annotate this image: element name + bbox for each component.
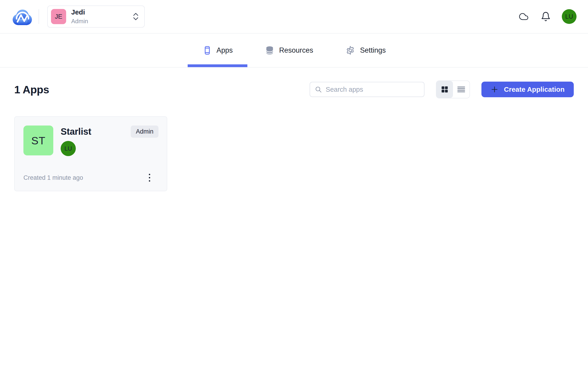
user-avatar[interactable]: LU	[562, 9, 577, 24]
tab-settings-label: Settings	[360, 46, 386, 55]
apps-toolbar: 1 Apps	[0, 81, 588, 98]
tab-resources[interactable]: Resources	[265, 34, 313, 67]
list-icon	[456, 85, 466, 94]
tab-resources-label: Resources	[279, 46, 313, 55]
search-icon	[315, 86, 322, 93]
tab-apps-label: Apps	[217, 46, 233, 55]
apps-count-heading: 1 Apps	[14, 83, 49, 96]
app-name: Starlist	[61, 126, 91, 137]
bell-icon[interactable]	[541, 11, 551, 22]
workspace-dashboard: JE Jedi Admin LU	[0, 0, 588, 377]
grid-view-button[interactable]	[436, 81, 453, 98]
gear-icon	[345, 45, 355, 56]
app-header: JE Jedi Admin LU	[0, 0, 588, 34]
workspace-info: Jedi Admin	[71, 8, 88, 25]
create-application-label: Create Application	[504, 85, 565, 93]
kebab-menu-icon[interactable]	[147, 172, 152, 183]
grid-icon	[440, 85, 449, 94]
database-icon	[265, 45, 274, 56]
view-toggle	[436, 81, 470, 98]
workspace-selector[interactable]: JE Jedi Admin	[47, 6, 145, 28]
main-tabbar: Apps Resources	[0, 34, 588, 68]
chevron-down-icon	[133, 17, 138, 20]
search-box	[310, 82, 424, 97]
app-card-starlist[interactable]: ST Starlist LU Admin Created 1 minute ag…	[14, 116, 167, 191]
tab-settings[interactable]: Settings	[345, 34, 386, 67]
app-card-info: Starlist LU	[61, 126, 91, 156]
app-card-footer: Created 1 minute ago	[23, 172, 158, 183]
create-application-button[interactable]: Create Application	[481, 82, 574, 97]
search-input[interactable]	[326, 86, 419, 93]
header-divider	[39, 9, 39, 24]
workspace-name: Jedi	[71, 8, 88, 16]
workspace-role: Admin	[71, 18, 88, 25]
workspace-switcher-chevrons[interactable]	[133, 13, 138, 20]
cloud-icon[interactable]	[518, 12, 530, 21]
workspace-avatar: JE	[51, 9, 66, 24]
app-role-badge: Admin	[131, 126, 158, 138]
apps-grid: ST Starlist LU Admin Created 1 minute ag…	[0, 98, 588, 191]
mobile-app-icon	[202, 45, 212, 56]
app-created-text: Created 1 minute ago	[23, 174, 83, 181]
plus-icon	[491, 85, 498, 93]
header-actions: LU	[518, 9, 577, 24]
app-initials-tile: ST	[23, 126, 53, 155]
list-view-button[interactable]	[453, 81, 469, 98]
cloud-logo-icon[interactable]	[12, 7, 33, 26]
app-card-top: ST Starlist LU Admin	[23, 126, 158, 156]
app-member-avatar: LU	[61, 141, 76, 156]
tab-apps[interactable]: Apps	[202, 34, 233, 67]
chevron-up-icon	[133, 13, 138, 16]
